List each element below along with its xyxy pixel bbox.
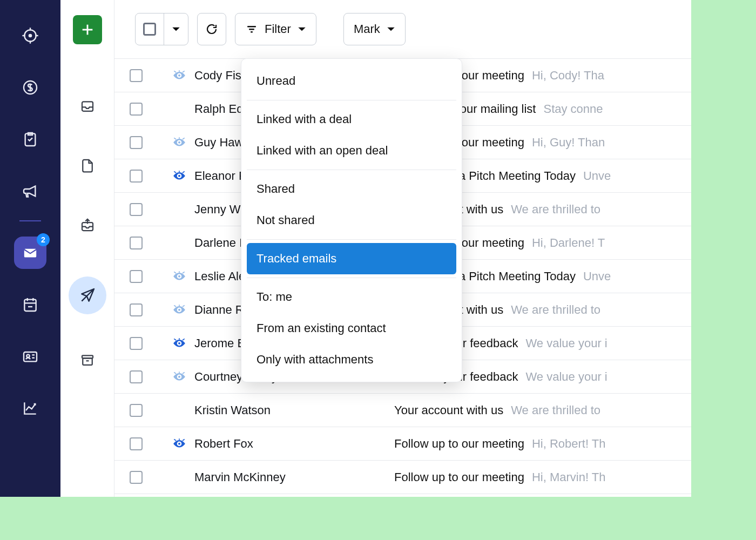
row-checkbox[interactable] [130,471,143,484]
filter-option[interactable]: Only with attachments [247,344,456,375]
tracked-icon [164,171,194,181]
filter-icon [245,23,258,36]
plus-icon [80,22,95,37]
tracked-icon [164,372,194,382]
nav-mail[interactable]: 2 [14,237,46,269]
email-preview: Stay conne [543,102,603,116]
row-checkbox[interactable] [130,303,143,316]
row-checkbox[interactable] [130,270,143,283]
filter-option[interactable]: Not shared [247,205,456,236]
svg-point-44 [178,308,180,310]
email-preview: We are thrilled to [511,303,600,317]
chart-icon [22,400,39,417]
row-checkbox[interactable] [130,337,143,350]
checklist-icon [22,131,39,148]
svg-line-29 [174,71,176,72]
sender-name: Marvin McKinney [194,470,394,484]
filter-button[interactable]: Filter [235,13,316,45]
svg-line-57 [174,439,176,441]
nav-deals[interactable] [14,71,46,104]
mail-badge: 2 [37,233,50,246]
email-row[interactable]: Kristin WatsonYour account with usWe are… [114,394,691,427]
select-all-checkbox[interactable] [136,14,164,45]
filter-option[interactable]: From an existing contact [247,313,456,344]
svg-line-38 [183,171,185,173]
folder-drafts[interactable] [74,152,101,179]
svg-point-28 [178,74,180,76]
svg-point-36 [178,174,180,177]
nav-insights[interactable] [14,392,46,424]
chevron-down-icon [298,25,306,33]
tracked-icon [164,70,194,81]
nav-target[interactable] [14,19,46,52]
calendar-icon [22,296,39,313]
svg-rect-23 [83,358,92,365]
folder-outbox[interactable] [74,212,101,239]
filter-group: Linked with a dealLinked with an open de… [247,100,456,170]
folder-inbox[interactable] [74,93,101,120]
nav-contacts[interactable] [14,340,46,373]
filter-group: SharedNot shared [247,170,456,240]
mark-button[interactable]: Mark [343,13,406,45]
megaphone-icon [22,183,39,200]
email-preview: Hi, Darlene! T [532,236,605,250]
row-checkbox[interactable] [130,237,143,249]
filter-option[interactable]: Tracked emails [247,243,456,274]
archive-icon [79,352,96,368]
chevron-down-icon [387,25,395,33]
email-preview: We value your i [526,336,608,350]
email-preview: We value your i [526,370,608,384]
svg-point-52 [178,375,180,377]
row-checkbox[interactable] [130,69,143,82]
filter-option[interactable]: To: me [247,281,456,313]
refresh-icon [205,23,218,36]
tracked-icon [164,305,194,315]
select-all-dropdown[interactable] [164,14,188,45]
email-row[interactable]: Marvin McKinneyFollow up to our meetingH… [114,461,691,494]
row-checkbox[interactable] [130,170,143,183]
nav-calendar[interactable] [14,288,46,321]
row-checkbox[interactable] [130,103,143,116]
svg-rect-14 [24,352,37,361]
svg-rect-20 [82,102,93,111]
svg-rect-9 [24,300,36,311]
folder-rail [60,0,114,497]
email-preview: Hi, Guy! Than [532,136,605,150]
svg-point-15 [26,355,29,357]
row-checkbox[interactable] [130,136,143,149]
contact-card-icon [22,348,39,365]
filter-option[interactable]: Shared [247,173,456,205]
svg-line-30 [183,71,185,72]
target-icon [22,27,39,44]
drafts-icon [79,158,96,174]
email-preview: Hi, Marvin! Th [532,470,606,484]
svg-point-40 [178,275,180,277]
refresh-button[interactable] [197,13,226,45]
email-preview: Unve [583,269,611,284]
row-checkbox[interactable] [130,203,143,216]
filter-option[interactable]: Linked with an open deal [247,135,456,166]
filter-option[interactable]: Unread [247,65,456,97]
email-preview: We are thrilled to [511,403,600,417]
compose-button[interactable] [73,15,102,44]
nav-tasks[interactable] [14,123,46,156]
svg-line-34 [183,138,185,139]
svg-line-46 [183,305,185,307]
svg-line-53 [174,372,176,374]
svg-rect-27 [251,31,253,33]
email-row[interactable]: Robert FoxFollow up to our meetingHi, Ro… [114,427,691,461]
svg-point-56 [178,442,180,444]
svg-line-37 [174,171,176,173]
svg-rect-25 [247,26,256,28]
folder-sent[interactable] [69,276,106,314]
row-checkbox[interactable] [130,404,143,417]
row-checkbox[interactable] [130,437,143,450]
nav-campaigns[interactable] [14,175,46,207]
row-checkbox[interactable] [130,370,143,383]
folder-archive[interactable] [74,347,101,374]
svg-line-41 [174,272,176,273]
email-preview: Unve [583,169,611,183]
email-preview: Hi, Robert! Th [532,437,606,451]
svg-line-50 [183,339,185,340]
filter-option[interactable]: Linked with a deal [247,104,456,135]
